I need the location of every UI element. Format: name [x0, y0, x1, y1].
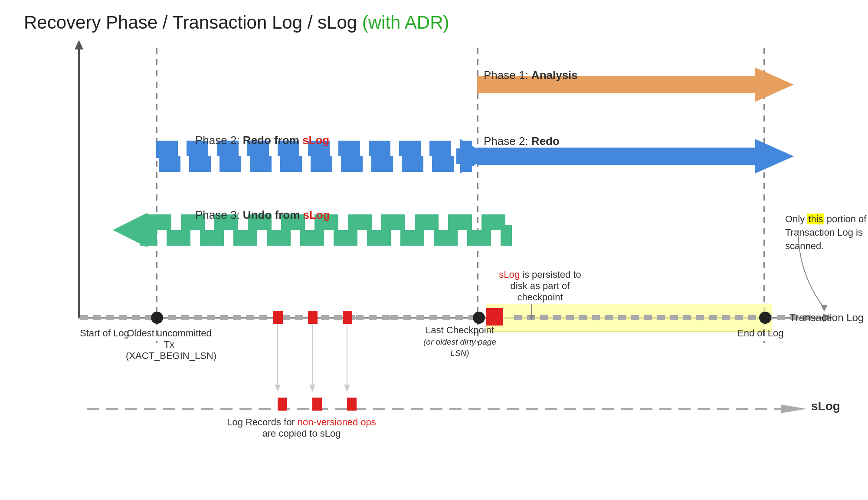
svg-marker-16: [344, 385, 350, 392]
dot-end-of-log: [759, 312, 771, 324]
dot-oldest-uncommitted: [151, 312, 163, 324]
red-rect-1: [273, 311, 283, 324]
log-dashes-8: [514, 315, 763, 320]
page-title: Recovery Phase / Transaction Log / sLog …: [24, 12, 449, 33]
dot-last-checkpoint: [473, 312, 485, 324]
svg-marker-7: [528, 315, 534, 320]
last-checkpoint-label: Last Checkpoint (or oldest dirty page LS…: [416, 325, 503, 359]
phase2-redo-label: Phase 2: Redo: [484, 135, 560, 148]
red-rect-3: [343, 311, 352, 324]
vdash-1: [156, 48, 157, 343]
y-axis: [78, 48, 80, 317]
log-dashes-1: [80, 315, 156, 320]
svg-marker-14: [309, 385, 315, 392]
copy-arrows: [269, 325, 364, 401]
oldest-uncommitted-label: Oldest uncommitted Tx (XACT_BEGIN_LSN): [126, 328, 213, 362]
log-records-label: Log Records for non-versioned opsare cop…: [226, 417, 377, 439]
log-dashes-6: [390, 315, 477, 320]
phase1-label: Phase 1: Analysis: [484, 69, 578, 82]
svg-rect-1: [156, 148, 464, 164]
svg-marker-10: [781, 405, 807, 413]
slog-persisted-arrow: [521, 304, 542, 321]
log-dashes-5: [356, 315, 390, 320]
title-part1: Recovery Phase / Transaction Log / sLog: [24, 12, 362, 33]
title-part2: (with ADR): [362, 12, 449, 33]
diagram: Recovery Phase / Transaction Log / sLog …: [0, 0, 868, 500]
only-this-arrow: [789, 230, 842, 317]
start-of-log-label: Start of Log: [80, 328, 129, 339]
svg-marker-12: [275, 385, 281, 392]
red-rect-checkpoint: [486, 308, 503, 326]
end-of-log-label: End of Log: [737, 328, 783, 339]
slog-persisted-label: sLog is persisted todisk as part ofcheck…: [492, 269, 588, 303]
log-dashes-2: [168, 315, 269, 320]
svg-marker-8: [821, 305, 828, 312]
slog-right-label: sLog: [811, 399, 840, 413]
phase2-redo-slog-label: Phase 2: Redo from sLog: [195, 134, 329, 147]
svg-rect-5: [147, 222, 512, 238]
slog-bottom-line: [87, 404, 807, 414]
red-rect-2: [308, 311, 318, 324]
phase3-undo-slog-label: Phase 3: Undo from sLog: [195, 208, 330, 222]
